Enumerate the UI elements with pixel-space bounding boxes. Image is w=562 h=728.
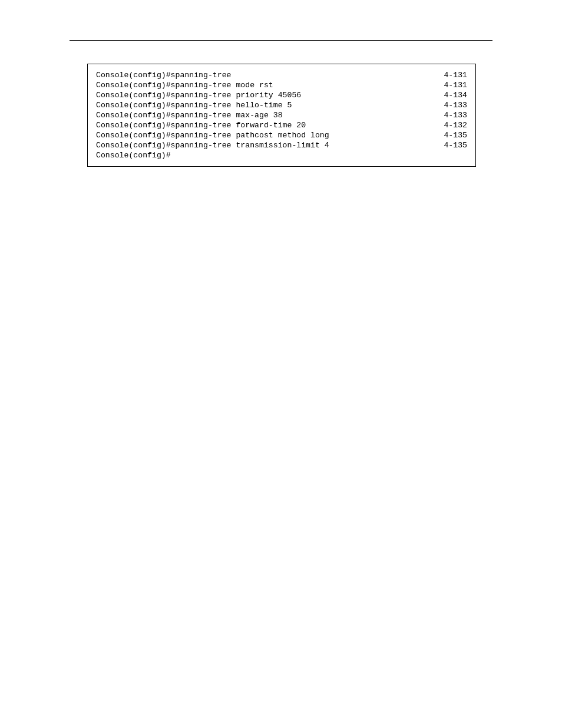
- cli-line: Console(config)#spanning-tree mode rst 4…: [96, 80, 467, 90]
- cli-command: Console(config)#spanning-tree max-age 38: [96, 110, 283, 120]
- cli-command: Console(config)#spanning-tree forward-ti…: [96, 120, 306, 130]
- cli-command: Console(config)#spanning-tree transmissi…: [96, 140, 329, 150]
- cli-command: Console(config)#spanning-tree mode rst: [96, 80, 273, 90]
- cli-page-ref: 4-132: [444, 120, 467, 130]
- cli-line: Console(config)#spanning-tree 4-131: [96, 70, 467, 80]
- cli-line: Console(config)#spanning-tree hello-time…: [96, 100, 467, 110]
- cli-command: Console(config)#spanning-tree priority 4…: [96, 90, 301, 100]
- cli-line: Console(config)#spanning-tree priority 4…: [96, 90, 467, 100]
- cli-command: Console(config)#spanning-tree pathcost m…: [96, 130, 329, 140]
- page-header-rule: [70, 40, 492, 41]
- cli-command: Console(config)#: [96, 150, 171, 160]
- cli-page-ref: 4-131: [444, 80, 467, 90]
- cli-line: Console(config)#spanning-tree pathcost m…: [96, 130, 467, 140]
- cli-page-ref: 4-131: [444, 70, 467, 80]
- cli-line: Console(config)#spanning-tree transmissi…: [96, 140, 467, 150]
- cli-line: Console(config)#: [96, 150, 467, 160]
- cli-line: Console(config)#spanning-tree forward-ti…: [96, 120, 467, 130]
- cli-page-ref: 4-135: [444, 130, 467, 140]
- cli-page-ref: 4-133: [444, 110, 467, 120]
- cli-line: Console(config)#spanning-tree max-age 38…: [96, 110, 467, 120]
- cli-output-box: Console(config)#spanning-tree 4-131 Cons…: [87, 64, 476, 167]
- cli-page-ref: 4-135: [444, 140, 467, 150]
- cli-page-ref: 4-134: [444, 90, 467, 100]
- cli-command: Console(config)#spanning-tree: [96, 70, 232, 80]
- cli-page-ref: 4-133: [444, 100, 467, 110]
- cli-command: Console(config)#spanning-tree hello-time…: [96, 100, 292, 110]
